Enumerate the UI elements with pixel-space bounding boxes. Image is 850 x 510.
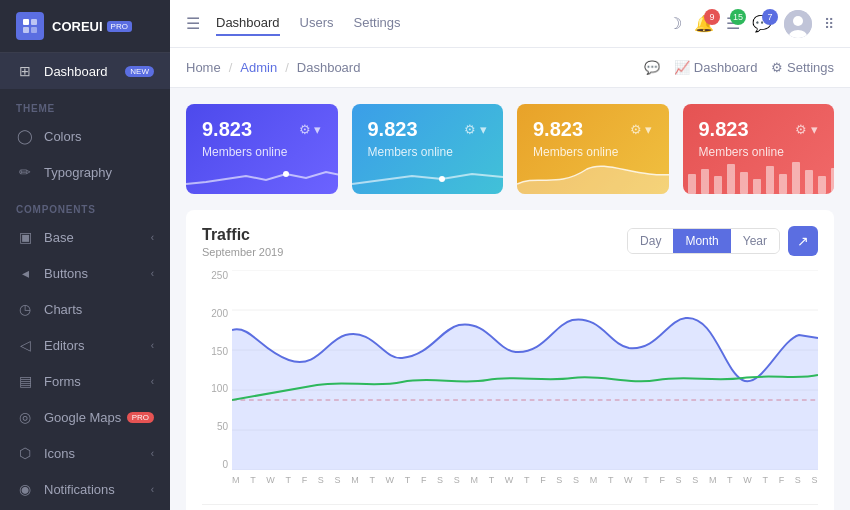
sidebar-item-label: Icons (44, 446, 151, 461)
logo-icon (22, 18, 38, 34)
chevron-icon: ‹ (151, 484, 154, 495)
colors-icon: ◯ (16, 128, 34, 144)
chevron-icon: ‹ (151, 448, 154, 459)
logo-box (16, 12, 44, 40)
sidebar-item-notifications[interactable]: ◉ Notifications ‹ (0, 471, 170, 507)
topbar-nav-users[interactable]: Users (300, 11, 334, 36)
traffic-header: Traffic September 2019 Day Month Year ↗ (202, 226, 818, 258)
sidebar-item-label: Dashboard (44, 64, 125, 79)
topbar-nav: Dashboard Users Settings (216, 11, 656, 36)
forms-icon: ▤ (16, 373, 34, 389)
topbar-nav-settings[interactable]: Settings (354, 11, 401, 36)
chevron-icon: ‹ (151, 232, 154, 243)
avatar[interactable] (784, 10, 812, 38)
svg-rect-10 (701, 169, 709, 194)
sidebar-item-label: Charts (44, 302, 154, 317)
breadcrumb-sep: / (229, 60, 233, 75)
list-badge: 15 (730, 9, 746, 25)
traffic-card: Traffic September 2019 Day Month Year ↗ … (186, 210, 834, 510)
btn-month[interactable]: Month (673, 229, 730, 253)
sidebar-item-label: Typography (44, 165, 154, 180)
stat-settings-1[interactable]: ⚙ ▾ (299, 122, 322, 137)
sidebar-item-label: Base (44, 230, 151, 245)
list-icon[interactable]: ☰15 (726, 14, 740, 33)
sidebar-item-base[interactable]: ▣ Base ‹ (0, 219, 170, 255)
chart-x-axis: MTWTFSS MTWTFSS MTWTFSS MTWTFSS MTWTFSS (232, 470, 818, 490)
sidebar-item-label: Colors (44, 129, 154, 144)
breadcrumb-home[interactable]: Home (186, 60, 221, 75)
svg-rect-12 (727, 164, 735, 194)
chevron-icon: ‹ (151, 268, 154, 279)
sidebar-item-colors[interactable]: ◯ Colors (0, 118, 170, 154)
traffic-chart: 250 200 150 100 50 0 (202, 270, 818, 490)
moon-icon[interactable]: ☽ (668, 14, 682, 33)
stat-card-red: 9.823 ⚙ ▾ Members online (683, 104, 835, 194)
editors-icon: ◁ (16, 337, 34, 353)
sidebar-item-icons[interactable]: ⬡ Icons ‹ (0, 435, 170, 471)
svg-rect-13 (740, 172, 748, 194)
sidebar-item-typography[interactable]: ✏ Typography (0, 154, 170, 190)
breadcrumb-sep: / (285, 60, 289, 75)
chart-y-axis: 250 200 150 100 50 0 (202, 270, 232, 470)
hamburger-icon[interactable]: ☰ (186, 14, 200, 33)
buttons-icon: ◂ (16, 265, 34, 281)
pro-badge: PRO (107, 21, 132, 32)
stat-card-blue: 9.823 ⚙ ▾ Members online (186, 104, 338, 194)
svg-rect-19 (818, 176, 826, 194)
dashboard-link[interactable]: 📈 Dashboard (674, 60, 757, 75)
comment-badge: 7 (762, 9, 778, 25)
bell-badge: 9 (704, 9, 720, 25)
svg-point-7 (283, 171, 289, 177)
svg-rect-17 (792, 162, 800, 194)
svg-rect-14 (753, 179, 761, 194)
svg-rect-3 (31, 27, 37, 33)
sidebar-item-forms[interactable]: ▤ Forms ‹ (0, 363, 170, 399)
stat-settings-4[interactable]: ⚙ ▾ (795, 122, 818, 137)
sidebar-item-dashboard[interactable]: ⊞ Dashboard NEW (0, 53, 170, 89)
bell-icon[interactable]: 🔔9 (694, 14, 714, 33)
sidebar-item-buttons[interactable]: ◂ Buttons ‹ (0, 255, 170, 291)
svg-point-5 (793, 16, 803, 26)
svg-rect-18 (805, 170, 813, 194)
content-area: 9.823 ⚙ ▾ Members online 9.823 ⚙ ▾ Membe… (170, 88, 850, 510)
icons-icon: ⬡ (16, 445, 34, 461)
traffic-btn-group: Day Month Year (627, 228, 780, 254)
breadcrumb-dashboard: Dashboard (297, 60, 361, 75)
stat-settings-2[interactable]: ⚙ ▾ (464, 122, 487, 137)
btn-year[interactable]: Year (731, 229, 779, 253)
sidebar: COREUI PRO ⊞ Dashboard NEW THEME ◯ Color… (0, 0, 170, 510)
chevron-icon: ‹ (151, 340, 154, 351)
bottom-stats: Visits 29,703 Unique 24,093 Pageviews 78… (202, 504, 818, 510)
comment-link[interactable]: 💬 (644, 60, 660, 75)
pro-badge: PRO (127, 412, 154, 423)
settings-link[interactable]: ⚙ Settings (771, 60, 834, 75)
traffic-svg (232, 270, 818, 470)
topbar: ☰ Dashboard Users Settings ☽ 🔔9 ☰15 💬7 ⠿ (170, 0, 850, 48)
svg-point-8 (439, 176, 445, 182)
traffic-controls: Day Month Year ↗ (627, 226, 818, 256)
grid-icon[interactable]: ⠿ (824, 16, 834, 32)
topbar-nav-dashboard[interactable]: Dashboard (216, 11, 280, 36)
theme-section-label: THEME (0, 89, 170, 118)
stat-value-1: 9.823 (202, 118, 252, 141)
stat-value-3: 9.823 (533, 118, 583, 141)
comment-icon[interactable]: 💬7 (752, 14, 772, 33)
svg-rect-11 (714, 176, 722, 194)
stat-value-4: 9.823 (699, 118, 749, 141)
svg-rect-2 (23, 27, 29, 33)
sidebar-item-editors[interactable]: ◁ Editors ‹ (0, 327, 170, 363)
sidebar-item-googlemaps[interactable]: ◎ Google Maps PRO (0, 399, 170, 435)
mini-chart-1 (186, 154, 338, 194)
breadcrumb-admin[interactable]: Admin (240, 60, 277, 75)
sidebar-item-charts[interactable]: ◷ Charts (0, 291, 170, 327)
btn-day[interactable]: Day (628, 229, 673, 253)
breadcrumb-right: 💬 📈 Dashboard ⚙ Settings (644, 60, 834, 75)
stat-settings-3[interactable]: ⚙ ▾ (630, 122, 653, 137)
components-section-label: COMPONENTS (0, 190, 170, 219)
traffic-action-btn[interactable]: ↗ (788, 226, 818, 256)
stats-row: 9.823 ⚙ ▾ Members online 9.823 ⚙ ▾ Membe… (186, 104, 834, 194)
stat-card-yellow: 9.823 ⚙ ▾ Members online (517, 104, 669, 194)
sidebar-item-label: Notifications (44, 482, 151, 497)
logo: COREUI PRO (0, 0, 170, 53)
svg-rect-1 (31, 19, 37, 25)
